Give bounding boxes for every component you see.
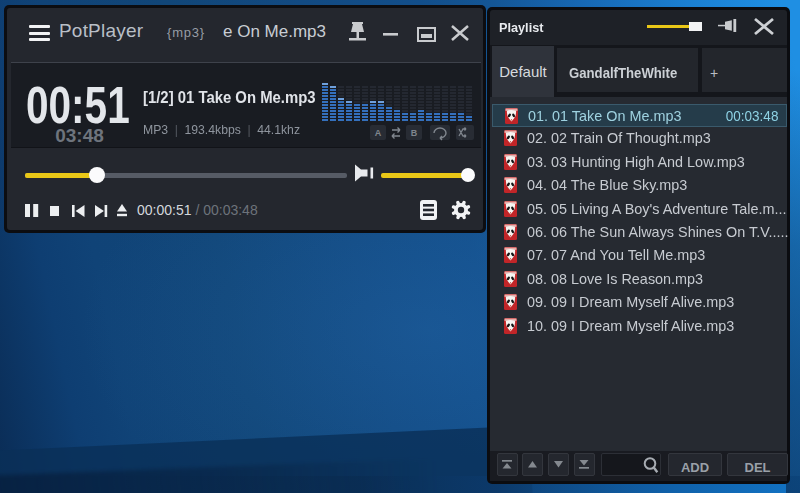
svg-text:A: A [375, 128, 382, 138]
svg-text:B: B [411, 128, 418, 138]
